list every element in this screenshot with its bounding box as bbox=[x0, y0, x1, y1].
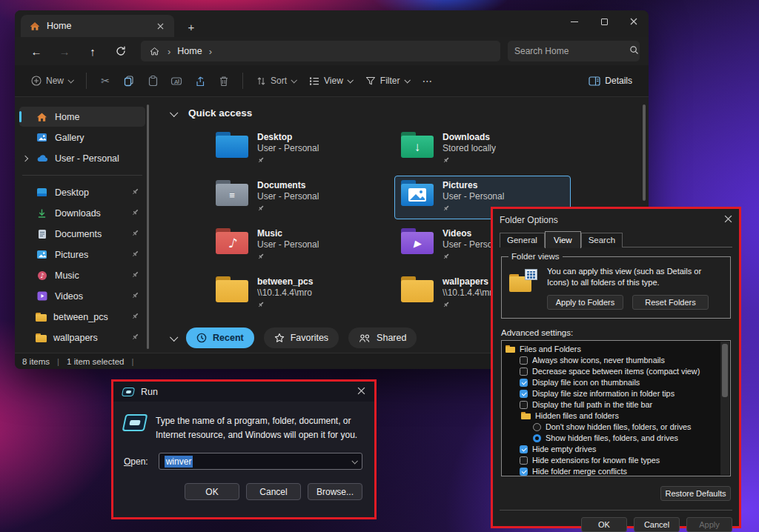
forward-button[interactable]: → bbox=[52, 41, 77, 61]
list-scrollbar[interactable] bbox=[720, 342, 729, 475]
paste-icon[interactable] bbox=[142, 70, 164, 92]
apply-to-folders-button[interactable]: Apply to Folders bbox=[547, 295, 623, 310]
list-checkbox-item[interactable]: Hide folder merge conflicts bbox=[506, 466, 718, 476]
tile-between-pcs[interactable]: between_pcs \\10.1.4.4\mro bbox=[209, 272, 385, 316]
recent-pill[interactable]: Recent bbox=[186, 327, 254, 348]
combobox-chevron-icon[interactable] bbox=[351, 458, 357, 464]
list-group-hidden-files[interactable]: Hidden files and folders bbox=[506, 410, 718, 422]
tile-music[interactable]: ♪ Music User - Personal bbox=[209, 224, 385, 267]
details-pane-button[interactable]: Details bbox=[583, 71, 638, 90]
collapse-chevron-icon[interactable] bbox=[170, 108, 178, 116]
tile-desktop[interactable]: Desktop User - Personal bbox=[209, 127, 385, 171]
tile-documents[interactable]: ≡ Documents User - Personal bbox=[209, 176, 385, 219]
list-checkbox-item[interactable]: Display file icon on thumbnails bbox=[506, 377, 718, 388]
up-button[interactable]: ↑ bbox=[80, 41, 105, 61]
sidebar-item-home[interactable]: Home bbox=[19, 107, 145, 127]
delete-icon[interactable] bbox=[213, 70, 235, 92]
content-scrollbar[interactable] bbox=[643, 104, 646, 201]
checkbox-checked[interactable] bbox=[520, 468, 528, 476]
reset-folders-button[interactable]: Reset Folders bbox=[632, 295, 709, 310]
refresh-button[interactable] bbox=[108, 41, 133, 61]
sidebar-scrollbar[interactable] bbox=[147, 104, 149, 349]
view-button[interactable]: View bbox=[303, 71, 358, 90]
close-icon[interactable] bbox=[724, 215, 732, 225]
tab-search[interactable]: Search bbox=[581, 233, 623, 247]
folder-options-title: Folder Options bbox=[500, 215, 558, 225]
cut-icon[interactable]: ✂ bbox=[94, 70, 116, 92]
cancel-button[interactable]: Cancel bbox=[246, 483, 301, 500]
checkbox-checked[interactable] bbox=[520, 390, 528, 398]
shared-pill[interactable]: Shared bbox=[348, 327, 417, 348]
apply-button-disabled[interactable]: Apply bbox=[686, 517, 732, 532]
sidebar-item-user-personal[interactable]: User - Personal bbox=[19, 148, 145, 168]
sidebar-item-music[interactable]: ♪ Music bbox=[19, 265, 145, 285]
minimize-button[interactable] bbox=[560, 10, 589, 33]
checkbox-checked[interactable] bbox=[520, 379, 528, 387]
list-checkbox-item[interactable]: Always show icons, never thumbnails bbox=[506, 355, 718, 366]
svg-text:♪: ♪ bbox=[40, 272, 44, 279]
rename-icon[interactable]: A bbox=[165, 70, 188, 92]
list-checkbox-item[interactable]: Hide extensions for known file types bbox=[506, 455, 718, 466]
more-options-icon[interactable]: ⋯ bbox=[417, 70, 439, 92]
ok-button[interactable]: OK bbox=[581, 517, 627, 532]
home-tab-icon bbox=[28, 20, 41, 33]
cancel-button[interactable]: Cancel bbox=[634, 517, 680, 532]
sidebar-item-gallery[interactable]: Gallery bbox=[19, 127, 145, 147]
maximize-button[interactable] bbox=[589, 10, 619, 33]
sort-arrows-icon bbox=[256, 76, 266, 86]
checkbox-checked[interactable] bbox=[520, 445, 528, 453]
browse-button[interactable]: Browse... bbox=[308, 483, 362, 500]
list-radio-item[interactable]: Show hidden files, folders, and drives bbox=[506, 433, 718, 444]
sidebar-item-between-pcs[interactable]: between_pcs bbox=[19, 307, 145, 327]
sidebar-item-desktop[interactable]: Desktop bbox=[19, 182, 145, 202]
checkbox-unchecked[interactable] bbox=[520, 368, 528, 376]
list-checkbox-item[interactable]: Hide empty drives bbox=[506, 444, 718, 455]
advanced-settings-list[interactable]: Files and Folders Always show icons, nev… bbox=[501, 340, 731, 476]
sidebar-item-videos[interactable]: Videos bbox=[19, 286, 145, 306]
close-icon[interactable] bbox=[357, 387, 365, 397]
sort-button[interactable]: Sort bbox=[251, 71, 302, 90]
list-checkbox-item[interactable]: Display the full path in the title bar bbox=[506, 399, 718, 410]
list-radio-item[interactable]: Don't show hidden files, folders, or dri… bbox=[506, 422, 718, 433]
folder-options-tabs: General View Search bbox=[500, 230, 732, 247]
favorites-pill[interactable]: Favorites bbox=[264, 327, 339, 348]
yellow-folder-icon bbox=[216, 276, 248, 302]
checkbox-unchecked[interactable] bbox=[520, 356, 528, 365]
new-button[interactable]: New bbox=[25, 71, 79, 90]
new-tab-button[interactable]: + bbox=[185, 20, 198, 33]
pin-icon bbox=[257, 300, 313, 311]
open-value-selected[interactable]: winver bbox=[165, 456, 193, 468]
tile-downloads[interactable]: ↓ Downloads Stored locally bbox=[394, 127, 571, 171]
tab-view[interactable]: View bbox=[545, 231, 581, 248]
list-checkbox-item[interactable]: Display file size information in folder … bbox=[506, 388, 718, 399]
collapse-chevron-icon[interactable] bbox=[170, 333, 178, 342]
tab-general[interactable]: General bbox=[500, 233, 545, 247]
quick-access-heading[interactable]: Quick access bbox=[188, 107, 252, 119]
copy-icon[interactable] bbox=[118, 70, 140, 92]
radio-selected[interactable] bbox=[533, 434, 541, 442]
filter-button[interactable]: Filter bbox=[359, 71, 415, 90]
sidebar-item-downloads[interactable]: Downloads bbox=[19, 203, 145, 223]
search-box[interactable] bbox=[508, 41, 640, 61]
sidebar-item-documents[interactable]: Documents bbox=[19, 224, 145, 244]
radio-unselected[interactable] bbox=[533, 423, 541, 431]
tab-close-icon[interactable] bbox=[153, 19, 167, 33]
back-button[interactable]: ← bbox=[24, 41, 49, 61]
list-group-files-and-folders[interactable]: Files and Folders bbox=[506, 344, 718, 355]
list-checkbox-item[interactable]: Decrease space between items (compact vi… bbox=[506, 366, 718, 377]
ok-button[interactable]: OK bbox=[185, 483, 239, 500]
checkbox-unchecked[interactable] bbox=[520, 456, 528, 465]
breadcrumb-home-icon bbox=[148, 45, 161, 58]
explorer-tab-home[interactable]: Home bbox=[21, 15, 174, 37]
expand-chevron-icon[interactable] bbox=[22, 155, 28, 161]
breadcrumb-home[interactable]: Home bbox=[177, 46, 202, 56]
share-icon[interactable] bbox=[189, 70, 211, 92]
sidebar-item-wallpapers[interactable]: wallpapers bbox=[19, 327, 145, 348]
checkbox-unchecked[interactable] bbox=[520, 401, 528, 409]
search-input[interactable] bbox=[514, 46, 629, 56]
restore-defaults-button[interactable]: Restore Defaults bbox=[660, 486, 731, 501]
address-bar[interactable]: › Home › bbox=[141, 41, 500, 61]
open-combobox[interactable]: winver bbox=[159, 453, 362, 470]
sidebar-item-pictures[interactable]: Pictures bbox=[19, 245, 145, 265]
close-button[interactable] bbox=[619, 10, 649, 33]
